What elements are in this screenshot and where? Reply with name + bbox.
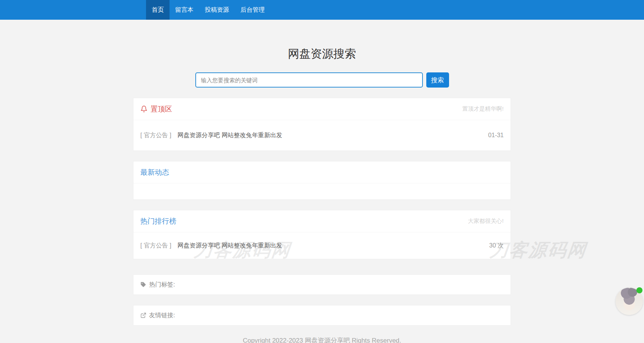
post-category: [ 官方公告 ] (140, 132, 171, 139)
hot-section-title[interactable]: 热门排行榜 (140, 216, 176, 226)
footer: Copyright 2022-2023 网盘资源分享吧 Rights Reser… (133, 336, 511, 343)
footer-copyright: Copyright 2022-2023 网盘资源分享吧 Rights Reser… (133, 336, 511, 343)
post-title-link[interactable]: 网盘资源分享吧 网站整改兔年重新出发 (177, 242, 282, 250)
chat-avatar[interactable] (616, 288, 643, 315)
pinned-section-title: 置顶区 (140, 104, 172, 114)
hot-tags-bar: 热门标签: (133, 274, 511, 295)
friend-links-label: 友情链接: (149, 312, 175, 320)
bell-icon (140, 105, 148, 113)
pinned-section-header: 置顶区 置顶才是精华啊! (134, 98, 510, 120)
pinned-section: 置顶区 置顶才是精华啊! [ 官方公告 ] 网盘资源分享吧 网站整改兔年重新出发… (133, 98, 511, 151)
post-view-count: 30 次 (489, 242, 504, 250)
post-title-link[interactable]: 网盘资源分享吧 网站整改兔年重新出发 (177, 132, 282, 139)
nav-item-submit-resources[interactable]: 投稿资源 (199, 0, 235, 20)
external-link-icon (140, 312, 146, 318)
nav-item-guestbook[interactable]: 留言本 (170, 0, 199, 20)
hot-section-hint: 大家都很关心! (468, 218, 504, 225)
main-content: 置顶区 置顶才是精华啊! [ 官方公告 ] 网盘资源分享吧 网站整改兔年重新出发… (133, 98, 511, 343)
site-title: 网盘资源搜索 (0, 46, 644, 62)
latest-section: 最新动态 (133, 161, 511, 200)
search-input[interactable] (195, 72, 423, 88)
hot-section: 热门排行榜 大家都很关心! [ 官方公告 ] 网盘资源分享吧 网站整改兔年重新出… (133, 210, 511, 259)
pinned-section-hint: 置顶才是精华啊! (462, 105, 504, 113)
latest-section-title[interactable]: 最新动态 (140, 168, 169, 177)
latest-empty-area (134, 183, 510, 199)
post-category: [ 官方公告 ] (140, 242, 171, 250)
hot-tags-label: 热门标签: (149, 281, 175, 289)
online-status-dot (636, 287, 642, 293)
pinned-section-title-text: 置顶区 (151, 104, 172, 114)
hot-section-header: 热门排行榜 大家都很关心! (134, 210, 510, 232)
friend-links-bar: 友情链接: (133, 305, 511, 326)
hot-post-row[interactable]: [ 官方公告 ] 网盘资源分享吧 网站整改兔年重新出发 30 次 (134, 232, 510, 259)
tag-icon (140, 282, 146, 288)
nav-item-admin[interactable]: 后台管理 (235, 0, 270, 20)
post-date: 01-31 (488, 132, 504, 139)
nav-item-home[interactable]: 首页 (146, 0, 170, 20)
search-button[interactable]: 搜索 (426, 72, 449, 88)
pinned-post-row[interactable]: [ 官方公告 ] 网盘资源分享吧 网站整改兔年重新出发 01-31 (134, 120, 510, 150)
search-row: 搜索 (0, 72, 644, 88)
navbar-inner: 首页 留言本 投稿资源 后台管理 (133, 0, 511, 20)
latest-section-header: 最新动态 (134, 161, 510, 183)
navbar: 首页 留言本 投稿资源 后台管理 (0, 0, 644, 20)
